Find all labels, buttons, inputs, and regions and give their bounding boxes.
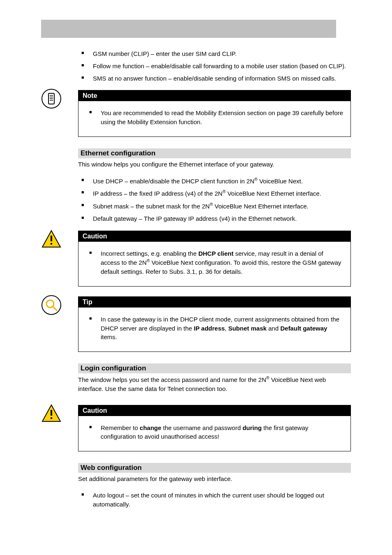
caution-callout-1: Caution Incorrect settings, e.g. enablin… xyxy=(78,231,351,287)
tip-callout: Tip In case the gateway is in the DHCP c… xyxy=(78,296,351,352)
web-heading: Web configuration xyxy=(78,463,351,473)
caution-text: Incorrect settings, e.g. enabling the DH… xyxy=(86,249,343,276)
caution-icon xyxy=(41,403,62,424)
tip-title: Tip xyxy=(78,297,350,308)
list-item: GSM number (CLIP) – enter the user SIM c… xyxy=(78,49,351,58)
list-item: SMS at no answer function – enable/disab… xyxy=(78,74,351,83)
svg-line-11 xyxy=(53,307,57,310)
tip-icon xyxy=(41,295,62,315)
svg-rect-7 xyxy=(51,236,52,241)
list-item: Default gateway – The IP gateway IP addr… xyxy=(78,214,351,223)
svg-rect-13 xyxy=(51,410,52,416)
note-icon xyxy=(41,88,62,109)
ethernet-intro: This window helps you configure the Ethe… xyxy=(78,158,351,173)
header-bar xyxy=(41,20,351,38)
note-text: You are recommended to read the Mobility… xyxy=(86,109,343,127)
caution-text: Remember to change the username and pass… xyxy=(86,423,343,442)
caution-icon xyxy=(41,229,62,250)
list-item: Auto logout – set the count of minutes i… xyxy=(78,491,351,509)
login-intro: The window helps you set the access pass… xyxy=(78,373,351,398)
caution-callout-2: Caution Remember to change the username … xyxy=(78,405,351,452)
svg-rect-8 xyxy=(51,243,52,245)
caution-title: Caution xyxy=(78,231,350,242)
intro-bullet-list: GSM number (CLIP) – enter the user SIM c… xyxy=(78,49,351,83)
list-item: Follow me function – enable/disable call… xyxy=(78,62,351,71)
ethernet-heading: Ethernet configuration xyxy=(78,148,351,158)
list-item: Use DHCP – enable/disable the DHCP clien… xyxy=(78,176,351,186)
list-item: Subnet mask – the subnet mask for the 2N… xyxy=(78,201,351,211)
web-bullets: Auto logout – set the count of minutes i… xyxy=(78,491,351,509)
content-area: GSM number (CLIP) – enter the user SIM c… xyxy=(78,49,351,509)
svg-rect-14 xyxy=(51,417,52,419)
note-title: Note xyxy=(78,90,350,101)
header-cut xyxy=(336,20,351,38)
note-callout: Note You are recommended to read the Mob… xyxy=(78,90,351,137)
caution-title: Caution xyxy=(78,405,350,416)
web-intro: Set additional parameters for the gatewa… xyxy=(78,473,351,488)
tip-text: In case the gateway is in the DHCP clien… xyxy=(86,315,343,342)
list-item: IP address – the fixed IP address (v4) o… xyxy=(78,189,351,198)
ethernet-bullets: Use DHCP – enable/disable the DHCP clien… xyxy=(78,176,351,223)
svg-point-9 xyxy=(42,296,61,314)
login-heading: Login configuration xyxy=(78,363,351,373)
